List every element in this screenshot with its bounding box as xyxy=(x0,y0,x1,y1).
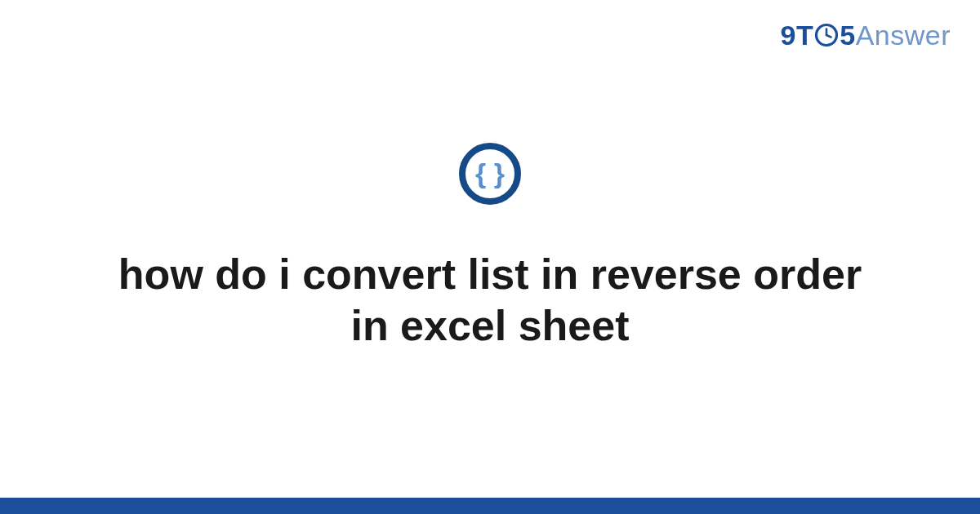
code-braces-icon: { } xyxy=(457,141,523,206)
page-title: how do i convert list in reverse order i… xyxy=(102,249,878,352)
svg-text:{ }: { } xyxy=(475,157,505,188)
footer-accent-bar xyxy=(0,498,980,514)
main-content: { } how do i convert list in reverse ord… xyxy=(0,0,980,498)
category-badge: { } xyxy=(457,141,523,206)
